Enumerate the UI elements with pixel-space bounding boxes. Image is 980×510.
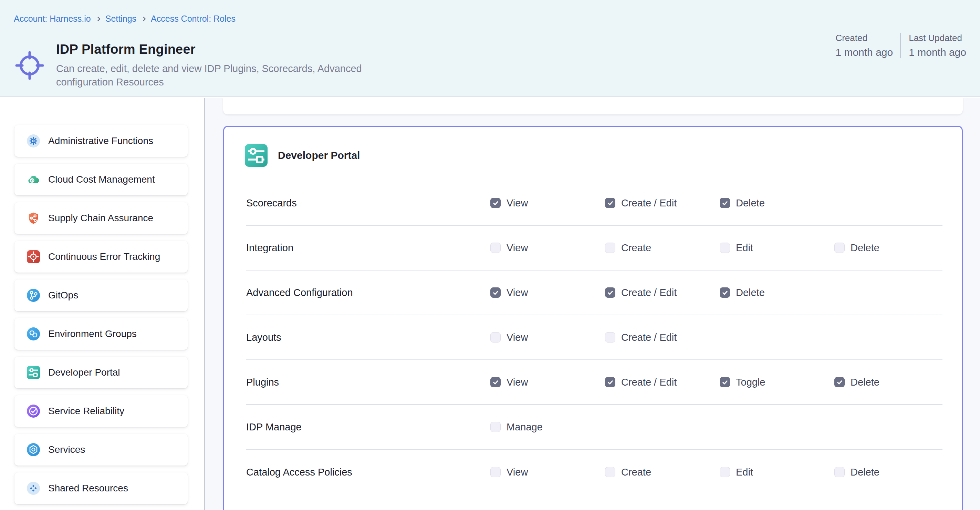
permission-row-label: Advanced Configuration — [246, 287, 490, 298]
created-value: 1 month ago — [835, 46, 893, 58]
permission-label: Create / Edit — [621, 377, 677, 388]
permission-label: View — [506, 332, 528, 343]
permission-label: Toggle — [736, 377, 765, 388]
permission-row-catalog-access-policies: Catalog Access Policies View Create Edit… — [246, 450, 942, 494]
permissions-scroll-area[interactable]: Developer Portal Scorecards View Create … — [205, 98, 980, 510]
permission-option: Toggle — [720, 377, 834, 388]
breadcrumb-account-link[interactable]: Account: Harness.io — [14, 14, 91, 24]
sidebar-item-service-reliability[interactable]: Service Reliability — [14, 395, 188, 427]
sidebar-item-administrative-functions[interactable]: Administrative Functions — [14, 125, 188, 157]
sidebar-item-label: Services — [48, 444, 85, 455]
gear-icon — [27, 134, 40, 148]
checkbox-advanced-configuration-view[interactable] — [490, 287, 501, 298]
permission-label: Edit — [736, 467, 753, 478]
role-description: Can create, edit, delete and view IDP Pl… — [56, 62, 414, 89]
checkbox-layouts-create-edit[interactable] — [605, 332, 615, 343]
checkbox-catalog-access-policies-view[interactable] — [490, 467, 501, 477]
permission-row-label: Integration — [246, 242, 490, 253]
sidebar-item-label: GitOps — [48, 290, 78, 301]
permission-option: View — [490, 467, 605, 478]
sidebar-item-label: Service Reliability — [48, 406, 124, 417]
checkbox-plugins-delete[interactable] — [834, 377, 845, 387]
permission-row-label: Plugins — [246, 377, 490, 388]
permission-row-integration: Integration View Create Edit Delete — [246, 226, 942, 271]
checkbox-scorecards-create-edit[interactable] — [605, 198, 615, 208]
panel-title: Developer Portal — [278, 150, 360, 161]
permission-row-advanced-configuration: Advanced Configuration View Create / Edi… — [246, 271, 942, 315]
permission-label: View — [506, 242, 528, 253]
permission-option: Create — [605, 242, 720, 253]
shared-diamonds-icon — [27, 482, 40, 495]
sidebar-item-environment-groups[interactable]: Environment Groups — [14, 318, 188, 350]
permission-option: Delete — [834, 467, 942, 478]
checkbox-catalog-access-policies-delete[interactable] — [834, 467, 845, 477]
permission-label: Delete — [736, 198, 765, 209]
last-updated-label: Last Updated — [909, 33, 966, 43]
permission-label: Delete — [851, 377, 880, 388]
crosshair-icon — [14, 50, 45, 81]
checkbox-integration-create[interactable] — [605, 242, 615, 253]
permission-row-plugins: Plugins View Create / Edit Toggle Delete — [246, 360, 942, 405]
permission-option: View — [490, 198, 605, 209]
git-branch-icon — [27, 289, 40, 302]
sidebar-item-shared-resources[interactable]: Shared Resources — [14, 472, 188, 504]
permission-option: Create / Edit — [605, 377, 720, 388]
permission-option: View — [490, 377, 605, 388]
developer-portal-icon — [245, 144, 267, 167]
sidebar-item-label: Administrative Functions — [48, 135, 153, 147]
developer-portal-panel: Developer Portal Scorecards View Create … — [223, 126, 963, 510]
checkbox-advanced-configuration-delete[interactable] — [720, 287, 730, 298]
sidebar-item-services[interactable]: Services — [14, 434, 188, 465]
checkbox-scorecards-view[interactable] — [490, 198, 501, 208]
breadcrumb-settings-link[interactable]: Settings — [105, 14, 136, 24]
shield-network-icon — [27, 212, 40, 225]
checkbox-plugins-create-edit[interactable] — [605, 377, 615, 387]
created-meta: Created 1 month ago — [835, 33, 893, 58]
checkbox-scorecards-delete[interactable] — [720, 198, 730, 208]
checkbox-integration-delete[interactable] — [834, 242, 845, 253]
sidebar-item-label: Supply Chain Assurance — [48, 213, 153, 224]
breadcrumb-roles-link[interactable]: Access Control: Roles — [151, 14, 235, 24]
permission-option: Create / Edit — [605, 198, 720, 209]
sidebar-item-label: Shared Resources — [48, 483, 128, 494]
permission-option: Delete — [720, 287, 834, 298]
last-updated-value: 1 month ago — [909, 46, 966, 58]
checkbox-advanced-configuration-create-edit[interactable] — [605, 287, 615, 298]
chevron-right-icon — [141, 16, 146, 21]
sidebar-item-continuous-error-tracking[interactable]: Continuous Error Tracking — [14, 241, 188, 273]
checkbox-catalog-access-policies-edit[interactable] — [720, 467, 730, 477]
reliability-check-icon — [27, 405, 40, 418]
permission-row-layouts: Layouts View Create / Edit — [246, 315, 942, 360]
sidebar-item-supply-chain-assurance[interactable]: Supply Chain Assurance — [14, 202, 188, 234]
content-area: Administrative Functions $ Cloud Cost Ma… — [0, 98, 980, 510]
role-meta: Created 1 month ago Last Updated 1 month… — [835, 33, 966, 58]
permission-option: Create / Edit — [605, 332, 720, 343]
roles-detail-screen: Account: Harness.io Settings Access Cont… — [0, 0, 980, 510]
permission-option: Delete — [834, 242, 942, 253]
error-target-icon — [27, 250, 40, 263]
permission-option: Delete — [720, 198, 834, 209]
permission-option: View — [490, 242, 605, 253]
checkbox-idp-manage-manage[interactable] — [490, 422, 501, 432]
panel-header: Developer Portal — [224, 127, 962, 167]
permission-label: View — [506, 287, 528, 298]
sidebar-item-developer-portal[interactable]: Developer Portal — [14, 357, 188, 388]
sidebar-item-label: Cloud Cost Management — [48, 174, 155, 185]
sidebar-item-label: Environment Groups — [48, 328, 137, 339]
checkbox-integration-edit[interactable] — [720, 242, 730, 253]
hexagon-group-icon — [27, 327, 40, 341]
page-title: IDP Platform Engineer — [56, 42, 196, 57]
sidebar-item-label: Continuous Error Tracking — [48, 251, 160, 262]
permission-row-label: IDP Manage — [246, 421, 490, 433]
checkbox-plugins-toggle[interactable] — [720, 377, 730, 387]
previous-resource-card — [223, 98, 963, 115]
checkbox-integration-view[interactable] — [490, 242, 501, 253]
checkbox-plugins-view[interactable] — [490, 377, 501, 387]
sidebar-item-cloud-cost-management[interactable]: $ Cloud Cost Management — [14, 164, 188, 195]
permission-option: Create — [605, 467, 720, 478]
sidebar-item-gitops[interactable]: GitOps — [14, 279, 188, 311]
permission-row-label: Catalog Access Policies — [246, 467, 490, 478]
checkbox-layouts-view[interactable] — [490, 332, 501, 343]
permission-label: Create / Edit — [621, 198, 677, 209]
checkbox-catalog-access-policies-create[interactable] — [605, 467, 615, 477]
